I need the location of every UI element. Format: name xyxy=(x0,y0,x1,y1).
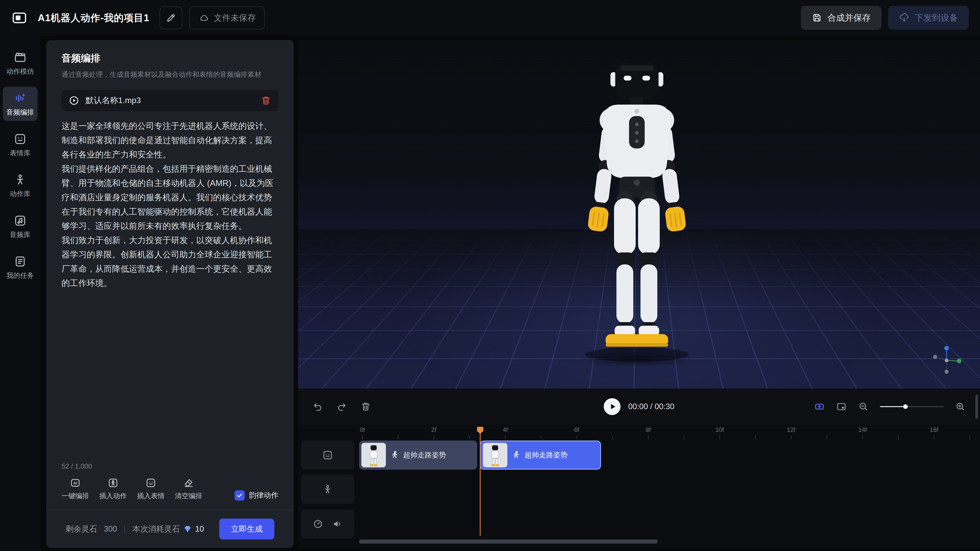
speaker-icon xyxy=(332,519,343,529)
cost-value: 10 xyxy=(195,524,204,534)
delete-clip-button[interactable] xyxy=(360,401,371,412)
smiley-icon xyxy=(322,450,333,460)
vertical-scrollbar[interactable] xyxy=(975,395,978,419)
eraser-icon xyxy=(183,478,194,488)
zoom-out-button[interactable] xyxy=(858,401,869,412)
stage-column: 00:00 / 00:30 xyxy=(298,40,980,548)
sidebar-item-label: 我的任务 xyxy=(6,271,34,280)
playback-controls: 00:00 / 00:30 xyxy=(298,389,980,425)
redo-icon xyxy=(336,401,347,412)
clear-arrange-button[interactable]: 清空编排 xyxy=(175,478,202,500)
humanoid-robot-model[interactable] xyxy=(529,54,745,367)
insert-motion-button[interactable]: 插入动作 xyxy=(99,478,127,500)
playhead-line xyxy=(480,432,480,536)
topbar-actions: 合成并保存 下发到设备 xyxy=(801,6,969,30)
delete-audio-button[interactable] xyxy=(261,95,271,106)
clip-label: 超帅走路姿势 xyxy=(403,450,446,460)
motion-clip[interactable]: 超帅走路姿势 xyxy=(359,441,477,470)
cloud-download-icon xyxy=(899,13,910,23)
project-title: A1机器人动作-我的项目1 xyxy=(38,11,149,24)
zoom-out-icon xyxy=(858,401,869,412)
smiley-square-icon xyxy=(14,133,27,145)
trash-icon xyxy=(360,401,371,412)
insert-expression-button[interactable]: 插入表情 xyxy=(137,478,165,500)
checkbox-checked-icon xyxy=(234,490,245,500)
playhead-handle[interactable] xyxy=(477,427,484,434)
sidebar-item-label: 动作模仿 xyxy=(6,67,34,76)
trash-icon xyxy=(261,95,271,106)
app-logo-icon xyxy=(11,10,27,26)
clapperboard-icon xyxy=(14,51,27,64)
audio-file-card[interactable]: 默认名称1.mp3 xyxy=(62,90,278,111)
person-icon xyxy=(322,484,333,495)
undo-icon xyxy=(312,401,323,412)
music-square-icon xyxy=(14,214,27,227)
motion-track-header[interactable] xyxy=(301,475,354,504)
expression-track-header[interactable] xyxy=(301,441,354,469)
sidebar-item-label: 动作库 xyxy=(10,189,30,198)
topbar: A1机器人动作-我的项目1 文件未保存 合成并保存 下发到设备 xyxy=(0,0,980,36)
sidebar-item-motion-imitation[interactable]: 动作模仿 xyxy=(3,46,38,80)
sidebar: 动作模仿 音频编排 表情库 动作库 音频库 xyxy=(0,36,40,551)
sidebar-item-label: 表情库 xyxy=(10,148,30,158)
sidebar-item-expression-library[interactable]: 表情库 xyxy=(3,127,38,162)
sidebar-item-my-tasks[interactable]: 我的任务 xyxy=(3,250,38,284)
clip-label: 超帅走路姿势 xyxy=(525,450,568,460)
zoom-in-button[interactable] xyxy=(955,401,966,412)
timeline-tracks: 超帅走路姿势 超帅走路姿势 xyxy=(357,425,980,548)
tool-label: 一键编排 xyxy=(62,491,89,500)
sidebar-item-label: 音频库 xyxy=(10,230,30,239)
undo-button[interactable] xyxy=(312,401,323,412)
script-paragraph: 我们提供样化的产品组合，包括用于精密制造的工业机械臂、用于物流和仓储的自主移动机… xyxy=(62,162,278,233)
clip-thumbnail xyxy=(361,443,386,467)
rhythm-motion-label: 韵律动作 xyxy=(249,490,278,500)
timeline: 0f 2f 4f 6f 8f 10f 12f 14f 16f xyxy=(298,425,980,548)
redo-button[interactable] xyxy=(336,401,347,412)
deploy-device-label: 下发到设备 xyxy=(915,12,958,24)
compose-save-button[interactable]: 合成并保存 xyxy=(801,6,881,30)
char-count: 52 / 1,000 xyxy=(62,462,278,470)
sidebar-item-audio-arrange[interactable]: 音频编排 xyxy=(3,87,38,121)
one-click-arrange-button[interactable]: AI 一键编排 xyxy=(62,478,89,500)
audio-track-header[interactable] xyxy=(301,510,354,538)
pip-icon xyxy=(836,401,847,412)
gauge-icon xyxy=(313,519,323,529)
task-list-icon xyxy=(14,255,27,268)
script-text-area[interactable]: 这是一家全球领先的公司专注于先进机器人系统的设计、制造和部署我们的使命是通过智能… xyxy=(62,119,278,460)
compose-save-label: 合成并保存 xyxy=(827,12,871,24)
file-status-label: 文件未保存 xyxy=(213,12,256,24)
sidebar-item-audio-library[interactable]: 音频库 xyxy=(3,209,38,243)
audio-file-name: 默认名称1.mp3 xyxy=(86,95,141,106)
generate-now-button[interactable]: 立即生成 xyxy=(219,519,274,540)
tool-label: 插入动作 xyxy=(99,491,127,500)
sidebar-item-label: 音频编排 xyxy=(6,108,34,117)
svg-text:AI: AI xyxy=(73,481,77,485)
timeline-zoom-slider[interactable] xyxy=(880,402,944,412)
save-icon xyxy=(811,13,822,23)
view-axis-gizmo[interactable] xyxy=(928,345,966,375)
time-display: 00:00 / 00:30 xyxy=(628,402,675,411)
keyframe-view-button[interactable] xyxy=(836,401,847,412)
insert-motion-icon xyxy=(108,478,118,488)
sidebar-item-motion-library[interactable]: 动作库 xyxy=(3,168,38,203)
timeline-horizontal-scrollbar[interactable] xyxy=(359,540,658,544)
viewport-3d[interactable] xyxy=(298,40,980,389)
deploy-device-button[interactable]: 下发到设备 xyxy=(888,6,969,30)
play-audio-icon[interactable] xyxy=(68,95,80,106)
walking-person-icon xyxy=(390,451,399,460)
clip-thumbnail xyxy=(483,443,508,467)
insert-expression-icon xyxy=(145,478,156,488)
slider-thumb[interactable] xyxy=(903,404,908,409)
tool-label: 插入表情 xyxy=(137,491,165,500)
zoom-in-icon xyxy=(955,401,966,412)
play-button[interactable] xyxy=(604,398,620,415)
add-to-timeline-button[interactable] xyxy=(814,401,825,412)
walking-person-icon xyxy=(511,451,520,460)
rename-button[interactable] xyxy=(159,6,183,29)
panel-footer: 剩余灵石 300 | 本次消耗灵石 10 立即生成 xyxy=(46,510,294,548)
motion-clip-selected[interactable]: 超帅走路姿势 xyxy=(480,441,601,470)
rhythm-motion-toggle[interactable]: 韵律动作 xyxy=(234,490,278,500)
panel-toolbar: AI 一键编排 插入动作 插入表情 清空编排 xyxy=(62,478,278,500)
script-paragraph: 这是一家全球领先的公司专注于先进机器人系统的设计、制造和部署我们的使命是通过智能… xyxy=(62,119,278,162)
file-status-button[interactable]: 文件未保存 xyxy=(189,6,265,29)
